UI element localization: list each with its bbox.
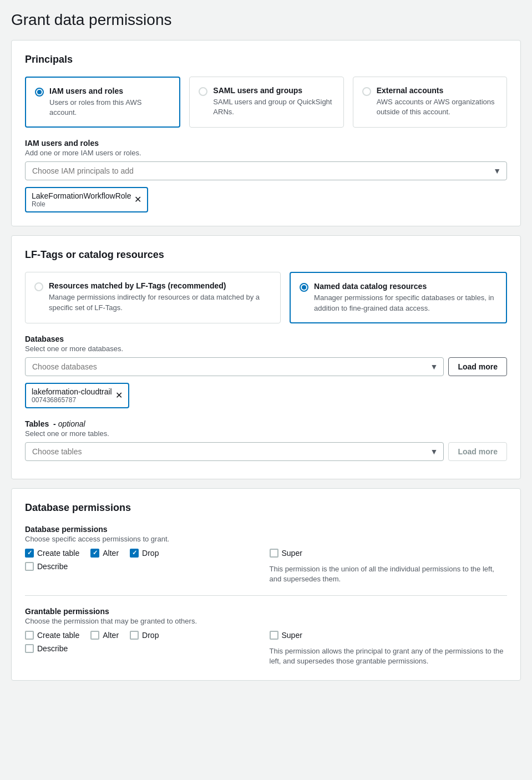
lf-tags-section: LF-Tags or catalog resources Resources m… [11, 235, 521, 479]
principals-section: Principals IAM users and roles Users or … [11, 40, 521, 226]
iam-tag-label: LakeFormationWorkflowRole [32, 191, 131, 200]
databases-desc: Select one or more databases. [25, 345, 507, 353]
databases-tag-close[interactable]: ✕ [115, 391, 123, 400]
cb-drop[interactable]: Drop [130, 549, 159, 558]
option-iam[interactable]: IAM users and roles Users or roles from … [25, 77, 180, 128]
grantable-perm-label: Grantable permissions [25, 607, 507, 616]
cb-super-g-box[interactable] [270, 631, 278, 640]
option-iam-desc: Users or roles from this AWS account. [49, 98, 170, 118]
iam-select-input[interactable] [26, 162, 506, 180]
option-iam-title: IAM users and roles [49, 87, 170, 95]
grantable-permissions-group: Grantable permissions Choose the permiss… [25, 607, 507, 666]
option-external-title: External accounts [377, 86, 498, 95]
tables-select-wrapper[interactable]: ▼ [25, 442, 444, 461]
cb-create-table[interactable]: Create table [25, 549, 79, 558]
cb-super-box[interactable] [270, 549, 278, 558]
cb-alter[interactable]: Alter [90, 549, 119, 558]
cb-drop-label: Drop [142, 549, 159, 558]
databases-tag-label: lakeformation-cloudtrail [32, 387, 112, 396]
cb-describe-g-label: Describe [37, 644, 68, 653]
option-external[interactable]: External accounts AWS accounts or AWS or… [353, 77, 507, 128]
cb-describe-box[interactable] [25, 562, 34, 571]
tables-field-group: Tables - optional Select one or more tab… [25, 419, 507, 461]
principals-options-row: IAM users and roles Users or roles from … [25, 77, 507, 128]
tables-desc: Select one or more tables. [25, 429, 507, 438]
iam-field-label: IAM users and roles [25, 139, 507, 148]
principals-section-title: Principals [25, 54, 507, 65]
databases-tag-chip: lakeformation-cloudtrail 007436865787 ✕ [25, 383, 129, 408]
option-saml[interactable]: SAML users and groups SAML users and gro… [189, 77, 343, 128]
iam-tag-close[interactable]: ✕ [134, 195, 141, 204]
radio-saml[interactable] [199, 87, 207, 96]
cb-describe[interactable]: Describe [25, 562, 68, 571]
db-permissions-group: Database permissions Choose specific acc… [25, 525, 507, 584]
iam-select-wrapper[interactable]: ▼ [25, 161, 507, 180]
option-external-desc: AWS accounts or AWS organizations outsid… [377, 97, 498, 117]
cb-alter-g-box[interactable] [90, 631, 99, 640]
cb-describe-label: Describe [37, 562, 68, 571]
cb-alter-g[interactable]: Alter [90, 631, 119, 640]
cb-alter-g-label: Alter [103, 631, 119, 640]
lf-tags-options-row: Resources matched by LF-Tags (recommende… [25, 272, 507, 323]
grantable-perm-desc: Choose the permission that may be grante… [25, 617, 507, 625]
cb-drop-g[interactable]: Drop [130, 631, 159, 640]
cb-create-table-box[interactable] [25, 549, 34, 558]
iam-tag-chip: LakeFormationWorkflowRole Role ✕ [25, 187, 148, 212]
super-g-desc: This permission allows the principal to … [270, 646, 508, 666]
option-saml-title: SAML users and groups [213, 86, 334, 95]
iam-field-desc: Add one or more IAM users or roles. [25, 149, 507, 157]
cb-create-table-label: Create table [37, 549, 79, 558]
db-perm-label: Database permissions [25, 525, 507, 534]
option-named-desc: Manager permissions for specific databas… [314, 293, 497, 313]
cb-describe-g-box[interactable] [25, 644, 34, 653]
permissions-divider [25, 595, 507, 596]
cb-super-g-label: Super [282, 631, 302, 640]
databases-select-row: ▼ Load more [25, 357, 507, 376]
option-named[interactable]: Named data catalog resources Manager per… [290, 272, 507, 323]
cb-create-table-g-label: Create table [37, 631, 79, 640]
iam-field-group: IAM users and roles Add one or more IAM … [25, 139, 507, 212]
databases-label: Databases [25, 335, 507, 343]
cb-create-table-g-box[interactable] [25, 631, 34, 640]
cb-alter-label: Alter [103, 549, 119, 558]
option-lf-tags-title: Resources matched by LF-Tags (recommende… [49, 281, 271, 290]
databases-tag-sub: 007436865787 [32, 396, 112, 404]
iam-tag-sub: Role [32, 200, 131, 208]
option-lf-tags-desc: Manage permissions indirectly for resour… [49, 292, 271, 312]
tables-load-more-button[interactable]: Load more [448, 442, 507, 461]
tables-select-row: ▼ Load more [25, 442, 507, 461]
lf-tags-section-title: LF-Tags or catalog resources [25, 249, 507, 261]
cb-super[interactable]: Super [270, 549, 302, 558]
radio-external[interactable] [362, 87, 371, 96]
db-perm-desc: Choose specific access permissions to gr… [25, 535, 507, 543]
database-permissions-section: Database permissions Database permission… [11, 488, 521, 681]
cb-drop-box[interactable] [130, 549, 139, 558]
option-named-title: Named data catalog resources [314, 282, 497, 291]
radio-iam[interactable] [35, 88, 44, 97]
cb-drop-g-box[interactable] [130, 631, 139, 640]
radio-lf-tags[interactable] [34, 282, 43, 291]
cb-drop-g-label: Drop [142, 631, 159, 640]
grantable-perm-grid: Create table Alter Drop Describe [25, 631, 507, 666]
radio-named[interactable] [300, 283, 308, 292]
databases-select-input[interactable] [26, 358, 443, 376]
tables-label: Tables - optional [25, 419, 507, 428]
option-lf-tags[interactable]: Resources matched by LF-Tags (recommende… [25, 272, 281, 323]
db-perm-grid: Create table Alter Drop [25, 549, 507, 584]
cb-alter-box[interactable] [90, 549, 99, 558]
databases-load-more-button[interactable]: Load more [448, 357, 507, 376]
option-saml-desc: SAML users and group or QuickSight ARNs. [213, 97, 334, 117]
cb-super-g[interactable]: Super [270, 631, 302, 640]
databases-field-group: Databases Select one or more databases. … [25, 335, 507, 408]
super-desc: This permission is the union of all the … [270, 564, 508, 584]
cb-create-table-g[interactable]: Create table [25, 631, 79, 640]
databases-select-wrapper[interactable]: ▼ [25, 357, 444, 376]
cb-super-label: Super [282, 549, 302, 558]
page-title: Grant data permissions [11, 11, 521, 29]
tables-select-input[interactable] [26, 443, 443, 460]
cb-describe-g[interactable]: Describe [25, 644, 68, 653]
database-permissions-title: Database permissions [25, 502, 507, 514]
